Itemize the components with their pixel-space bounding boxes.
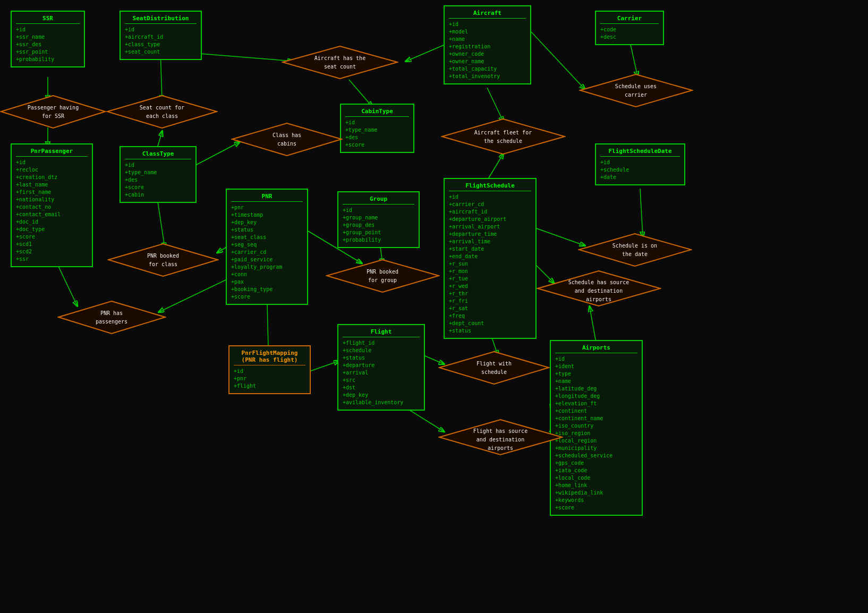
entity-flightschedule-fields: +id+carrier_cd+aircraft_id+departure_air… <box>449 193 531 335</box>
svg-text:for class: for class <box>149 261 177 267</box>
diamond-pnr-passengers: PNR has passengers <box>57 300 166 335</box>
diamond-schedule-date: Schedule is on the date <box>578 233 692 267</box>
entity-airports-fields: +id+ident+type+name+latitude_deg+longitu… <box>555 355 637 512</box>
svg-line-10 <box>531 32 584 89</box>
svg-text:the date: the date <box>622 251 648 257</box>
svg-text:Passenger having: Passenger having <box>28 105 79 110</box>
entity-group-fields: +id+group_name+group_des+group_point+pro… <box>343 207 414 244</box>
diamond-pnr-booked-group: PNR booked for group <box>326 259 440 293</box>
svg-marker-38 <box>232 123 342 156</box>
entity-flight: Flight +flight_id+schedule+status+depart… <box>337 324 425 411</box>
entity-cabintype-title: CabinType <box>345 108 409 117</box>
svg-text:Schedule is on: Schedule is on <box>612 243 657 249</box>
svg-text:passengers: passengers <box>96 319 127 325</box>
svg-line-27 <box>308 361 338 372</box>
svg-text:and destination: and destination <box>575 288 623 294</box>
svg-text:for group: for group <box>368 277 397 283</box>
svg-text:carrier: carrier <box>625 92 647 98</box>
svg-text:Aircraft has the: Aircraft has the <box>314 55 365 61</box>
svg-marker-32 <box>1 96 105 128</box>
diamond-passenger-ssr: Passenger having for SSR <box>0 95 106 129</box>
svg-text:each class: each class <box>146 113 178 119</box>
entity-carrier-fields: +code+desc <box>600 26 659 41</box>
svg-text:PNR has: PNR has <box>100 310 123 316</box>
svg-text:for SSR: for SSR <box>42 113 65 119</box>
entity-pnrflightmapping-title: PnrFlightMapping(PNR has flight) <box>234 350 305 365</box>
svg-marker-29 <box>283 46 397 79</box>
entity-flight-fields: +flight_id+schedule+status+departure+arr… <box>343 339 420 406</box>
entity-aircraft-fields: +id+model+name+registration+owner_code+o… <box>449 21 526 80</box>
svg-line-15 <box>158 202 165 247</box>
entity-pnrflightmapping: PnrFlightMapping(PNR has flight) +id+pnr… <box>228 345 311 394</box>
diamond-flight-airports: Flight has source and destination airpor… <box>438 419 563 456</box>
entity-flightscheduledate-title: FlightScheduleDate <box>600 148 680 157</box>
svg-line-3 <box>349 80 372 106</box>
svg-text:Seat count for: Seat count for <box>140 105 184 110</box>
svg-text:the schedule: the schedule <box>484 138 522 144</box>
diamond-aircraft-fleet: Aircraft fleet for the schedule <box>441 118 566 155</box>
entity-seatdistribution-title: SeatDistribution <box>125 15 197 24</box>
svg-line-11 <box>629 40 637 76</box>
entity-flightscheduledate: FlightScheduleDate +id+schedule+date <box>595 143 685 185</box>
svg-text:and destination: and destination <box>476 437 524 442</box>
entity-aircraft: Aircraft +id+model+name+registration+own… <box>444 5 531 84</box>
diamond-aircraft-seat-count: Aircraft has the seat count <box>282 45 398 80</box>
svg-text:PNR booked: PNR booked <box>147 253 179 259</box>
svg-marker-41 <box>442 119 565 154</box>
diamond-schedule-carrier: Schedule uses carrier <box>579 73 693 108</box>
svg-text:seat count: seat count <box>324 64 356 70</box>
diamond-flight-schedule: Flight with schedule <box>438 351 550 385</box>
svg-line-2 <box>406 45 444 61</box>
entity-carrier: Carrier +code+desc <box>595 11 664 45</box>
entity-airports-title: Airports <box>555 344 637 353</box>
svg-text:Flight with: Flight with <box>476 361 512 367</box>
svg-line-9 <box>487 154 503 181</box>
entity-pnrpassenger: PnrPassenger +id+recloc+creation_dtz+las… <box>11 143 93 267</box>
entity-pnr-fields: +pnr+timestamp+dep_key+status+seat_class… <box>231 204 303 301</box>
svg-marker-44 <box>580 74 692 107</box>
svg-text:Class has: Class has <box>273 132 301 138</box>
entity-seatdistribution: SeatDistribution +id+aircraft_id+class_t… <box>120 11 202 60</box>
svg-text:schedule: schedule <box>481 369 507 375</box>
entity-cabintype-fields: +id+type_name+des+score <box>345 119 409 149</box>
svg-marker-56 <box>579 234 691 266</box>
entity-pnr-title: PNR <box>231 193 303 202</box>
svg-text:PNR booked: PNR booked <box>367 269 398 275</box>
svg-line-18 <box>537 228 584 245</box>
svg-text:Schedule uses: Schedule uses <box>615 83 657 89</box>
svg-text:cabins: cabins <box>277 141 296 147</box>
svg-line-19 <box>640 189 643 236</box>
entity-flightschedule: FlightSchedule +id+carrier_cd+aircraft_i… <box>444 178 537 339</box>
svg-text:Aircraft fleet for: Aircraft fleet for <box>474 130 532 135</box>
entity-flight-title: Flight <box>343 328 420 337</box>
entity-ssr-title: SSR <box>16 15 80 24</box>
svg-marker-47 <box>108 244 218 276</box>
er-diagram-canvas: SSR +id+ssr_name+ssr_des+ssr_point+proba… <box>0 0 868 613</box>
entity-cabintype: CabinType +id+type_name+des+score <box>340 104 414 153</box>
entity-pnr: PNR +pnr+timestamp+dep_key+status+seat_c… <box>226 189 308 305</box>
entity-group: Group +id+group_name+group_des+group_poi… <box>337 191 420 248</box>
entity-pnrflightmapping-fields: +id+pnr+flight <box>234 368 305 390</box>
diamond-schedule-airports: Schedule has source and destination airp… <box>537 270 661 307</box>
entity-seatdistribution-fields: +id+aircraft_id+class_type+seat_count <box>125 26 197 56</box>
entity-pnrpassenger-title: PnrPassenger <box>16 148 88 157</box>
svg-line-5 <box>158 132 162 146</box>
entity-flightschedule-title: FlightSchedule <box>449 182 531 191</box>
svg-text:Schedule has source: Schedule has source <box>568 279 629 285</box>
entity-carrier-title: Carrier <box>600 15 659 24</box>
svg-text:airports: airports <box>586 296 611 302</box>
entity-ssr-fields: +id+ssr_name+ssr_des+ssr_point+probabili… <box>16 26 80 63</box>
svg-marker-63 <box>439 352 549 384</box>
diamond-pnr-booked-class: PNR booked for class <box>107 243 219 277</box>
svg-line-21 <box>590 307 596 343</box>
diamond-seat-count-class: Seat count for each class <box>106 95 218 129</box>
entity-flightscheduledate-fields: +id+schedule+date <box>600 159 680 181</box>
entity-classtype-title: ClassType <box>125 150 191 159</box>
svg-marker-35 <box>107 96 217 128</box>
entity-classtype-fields: +id+type_name+des+score+cabin <box>125 161 191 199</box>
entity-group-title: Group <box>343 195 414 205</box>
entity-airports: Airports +id+ident+type+name+latitude_de… <box>550 340 643 516</box>
entity-classtype: ClassType +id+type_name+des+score+cabin <box>120 146 197 203</box>
entity-ssr: SSR +id+ssr_name+ssr_des+ssr_point+proba… <box>11 11 85 67</box>
diamond-class-cabins: Class has cabins <box>231 122 343 157</box>
